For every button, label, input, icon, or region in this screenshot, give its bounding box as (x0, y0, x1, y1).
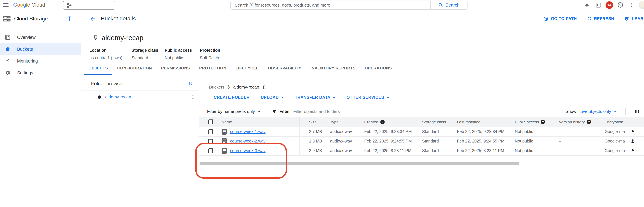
breadcrumb-buckets-link[interactable]: Buckets (209, 85, 224, 90)
column-encryption[interactable]: Encryption (604, 120, 623, 124)
row-checkbox[interactable] (208, 129, 213, 134)
cloud-storage-icon (3, 14, 11, 23)
column-last-modified[interactable]: Last modified (457, 120, 480, 124)
meta-storage-class: Storage class Standard (132, 48, 165, 60)
column-created[interactable]: Created (364, 120, 378, 124)
column-name[interactable]: Name (222, 120, 232, 124)
select-all-checkbox[interactable] (208, 119, 213, 124)
learn-button[interactable]: LEARN (624, 16, 644, 21)
tab-protection[interactable]: PROTECTION (194, 66, 231, 75)
cell-last-modified: Feb 22, 2025, 9:24:55 PM (457, 139, 515, 143)
column-type[interactable]: Type (330, 120, 338, 124)
tab-inventory-reports[interactable]: INVENTORY REPORTS (306, 66, 360, 75)
horizontal-scrollbar[interactable] (200, 162, 519, 165)
bucket-header: aidemy-recap Location us-central1 (Iowa)… (81, 27, 644, 60)
product-name: Cloud Storage (14, 16, 48, 22)
sidebar-item-label: Monitoring (17, 58, 38, 63)
cell-version-history: – (559, 129, 604, 134)
file-icon (222, 148, 227, 154)
sidebar-item-monitoring[interactable]: Monitoring (0, 55, 81, 67)
overview-icon (5, 34, 10, 40)
object-link[interactable]: course-week-2.wav (230, 139, 266, 143)
global-search: Search (230, 1, 468, 10)
refresh-button[interactable]: REFRESH (587, 16, 614, 21)
folder-browser-panel: Folder browser aidemy-recap (81, 75, 199, 194)
tab-configuration[interactable]: CONFIGURATION (112, 66, 156, 75)
column-settings-icon[interactable] (634, 109, 640, 114)
tab-lifecycle[interactable]: LIFECYCLE (231, 66, 263, 75)
tab-permissions[interactable]: PERMISSIONS (156, 66, 194, 75)
show-live-objects-dropdown[interactable]: Live objects only (580, 109, 616, 114)
gemini-sparkle-icon[interactable] (582, 1, 591, 9)
filter-objects-input[interactable] (293, 109, 566, 114)
column-version-history[interactable]: Version history (559, 120, 585, 124)
folder-tree-bucket-row[interactable]: aidemy-recap (81, 91, 199, 103)
divider (625, 108, 626, 115)
notifications-badge[interactable]: 14 (606, 1, 613, 9)
pin-product-icon[interactable] (67, 16, 72, 21)
sidebar-item-settings[interactable]: Settings (0, 67, 81, 79)
cell-encryption: Google-mana (604, 129, 624, 134)
back-arrow-icon[interactable] (90, 16, 96, 22)
cell-created: Feb 22, 2025, 9:23:34 PM (364, 129, 422, 134)
filter-prefix-dropdown[interactable]: Filter by name prefix only (207, 109, 260, 114)
sidebar-item-overview[interactable]: Overview (0, 31, 81, 43)
sidebar-item-label: Buckets (17, 47, 33, 52)
help-icon[interactable]: ? (541, 120, 545, 124)
bucket-name-title: aidemy-recap (102, 34, 143, 42)
object-link[interactable]: course-week-1.wav (230, 129, 266, 134)
sidebar-item-label: Settings (17, 70, 33, 75)
download-icon[interactable] (630, 148, 635, 153)
folder-tree-bucket-link[interactable]: aidemy-recap (105, 94, 131, 99)
column-size[interactable]: Size (309, 120, 317, 124)
search-button[interactable]: Search (430, 1, 467, 9)
logo-cloud-text: Cloud (32, 2, 45, 8)
help-icon[interactable]: ? (587, 120, 591, 124)
bucket-row-more-icon[interactable] (191, 94, 195, 99)
go-to-path-button[interactable]: GO TO PATH (544, 16, 577, 21)
more-options-icon[interactable] (628, 1, 636, 9)
row-checkbox[interactable] (208, 139, 213, 144)
show-label: Show (566, 109, 576, 114)
download-icon[interactable] (630, 139, 635, 143)
logo-letter: o (20, 2, 23, 8)
upload-button[interactable]: UPLOAD (261, 95, 284, 100)
transfer-data-button[interactable]: TRANSFER DATA (295, 95, 336, 100)
tab-operations[interactable]: OPERATIONS (360, 66, 396, 75)
download-icon[interactable] (630, 129, 635, 134)
table-row: course-week-2.wav 1.3 MB audio/x-wav Feb… (199, 137, 644, 146)
sidebar-item-buckets[interactable]: Buckets (0, 43, 81, 55)
collapse-panel-icon[interactable] (188, 81, 194, 86)
cell-public-access: Not public (515, 129, 559, 134)
row-checkbox[interactable] (208, 148, 213, 153)
product-section: Cloud Storage (0, 14, 81, 23)
search-input[interactable] (231, 1, 430, 9)
other-services-button[interactable]: OTHER SERVICES (346, 95, 389, 100)
column-public-access[interactable]: Public access (515, 120, 539, 124)
cell-size: 1.3 MB (300, 139, 330, 143)
buckets-icon (5, 46, 10, 52)
tab-objects[interactable]: OBJECTS (84, 66, 112, 75)
table-row: course-week-3.wav 2.9 MB audio/x-wav Feb… (199, 146, 644, 156)
bucket-icon (97, 94, 102, 99)
monitoring-icon (5, 58, 10, 64)
help-icon[interactable]: ? (380, 120, 384, 124)
project-picker[interactable] (63, 1, 116, 10)
object-link[interactable]: course-week-3.wav (230, 148, 266, 153)
pin-bucket-icon[interactable] (93, 35, 98, 41)
file-icon (222, 138, 227, 144)
menu-icon[interactable] (0, 2, 11, 8)
google-cloud-logo[interactable]: G o o g l e Cloud (13, 2, 45, 8)
avatar[interactable] (639, 1, 644, 9)
gcp-console-page: G o o g l e Cloud Search (0, 0, 644, 207)
tab-observability[interactable]: OBSERVABILITY (263, 66, 306, 75)
breadcrumb-current: aidemy-recap (233, 85, 259, 90)
create-folder-button[interactable]: CREATE FOLDER (214, 95, 250, 100)
cloud-shell-icon[interactable] (594, 1, 602, 9)
help-icon[interactable]: ? (616, 1, 624, 9)
copy-icon[interactable] (262, 85, 266, 89)
column-storage-class[interactable]: Storage class (422, 120, 446, 124)
show-group: Show Live objects only (566, 108, 640, 115)
sidebar: Overview Buckets Monitoring (0, 27, 81, 207)
cell-storage-class: Standard (422, 129, 457, 134)
